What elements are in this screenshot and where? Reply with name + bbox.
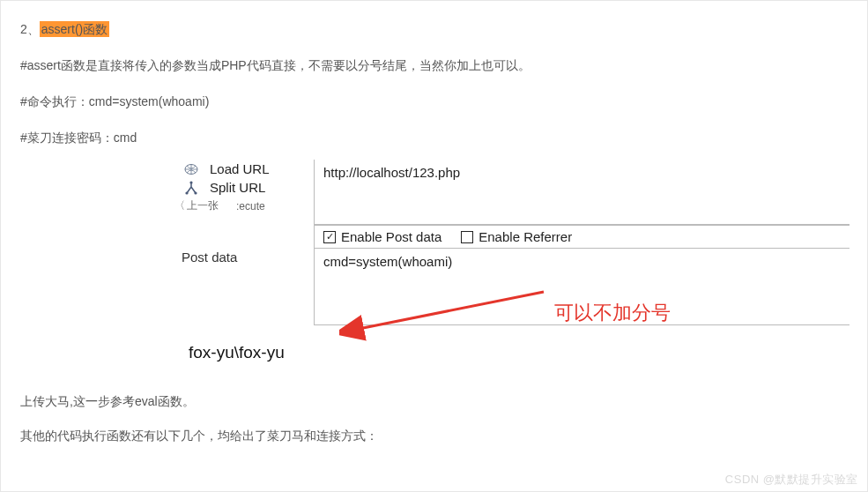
enable-referrer-label: Enable Referrer xyxy=(479,229,572,244)
post-data-value: cmd=system(whoami) xyxy=(323,254,452,269)
svg-point-3 xyxy=(194,191,197,194)
enable-post-label: Enable Post data xyxy=(341,229,441,244)
svg-point-2 xyxy=(185,191,188,194)
paragraph-3: #菜刀连接密码：cmd xyxy=(20,129,848,147)
prev-image-label: 上一张 xyxy=(187,198,219,213)
execute-label-fragment: :ecute xyxy=(236,200,265,212)
enable-referrer-checkbox[interactable]: Enable Referrer xyxy=(461,229,572,244)
paragraph-5: 其他的代码执行函数还有以下几个，均给出了菜刀马和连接方式： xyxy=(20,427,867,445)
command-output: fox-yu\fox-yu xyxy=(173,338,867,362)
split-url-button[interactable]: Split URL xyxy=(173,178,314,197)
watermark: CSDN @默默提升实验室 xyxy=(725,472,858,488)
url-input[interactable]: http://localhost/123.php xyxy=(314,160,849,225)
load-url-label: Load URL xyxy=(210,161,270,176)
load-url-button[interactable]: Load URL xyxy=(173,160,314,178)
enable-post-checkbox[interactable]: ✓ Enable Post data xyxy=(323,229,441,244)
globe-icon xyxy=(182,163,201,175)
heading-highlight: assert()函数 xyxy=(40,21,109,37)
checkbox-unchecked-icon xyxy=(461,231,473,243)
chevron-left-icon: 〈 xyxy=(174,198,185,213)
prev-image-nav[interactable]: 〈 上一张 :ecute xyxy=(173,197,314,215)
hackbar-panel: Load URL Split URL 〈 上一张 :ecute http://l… xyxy=(173,160,849,325)
post-data-label: Post data xyxy=(173,225,314,265)
paragraph-4: 上传大马,这一步参考eval函数。 xyxy=(20,392,867,411)
heading-prefix: 2、 xyxy=(20,22,40,36)
split-url-label: Split URL xyxy=(210,180,265,195)
url-value: http://localhost/123.php xyxy=(323,165,460,180)
split-icon xyxy=(182,181,201,195)
paragraph-2: #命令执行：cmd=system(whoami) xyxy=(20,93,848,111)
post-data-input[interactable]: cmd=system(whoami) xyxy=(315,249,849,324)
paragraph-1: #assert函数是直接将传入的参数当成PHP代码直接，不需要以分号结尾，当然你… xyxy=(20,56,848,75)
heading: 2、assert()函数 xyxy=(20,20,848,39)
svg-point-1 xyxy=(189,181,192,183)
checkbox-checked-icon: ✓ xyxy=(323,231,336,243)
